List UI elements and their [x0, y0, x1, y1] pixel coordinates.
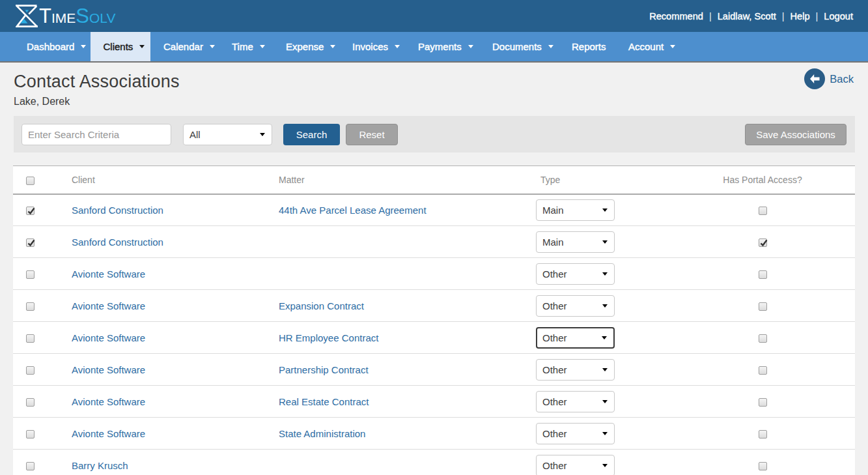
portal-access-checkbox[interactable] — [759, 270, 767, 279]
search-input[interactable] — [21, 124, 171, 145]
row-select-checkbox[interactable] — [26, 366, 35, 375]
brand-s: S — [76, 5, 89, 27]
matter-link[interactable]: HR Employee Contract — [279, 332, 378, 343]
portal-access-checkbox[interactable] — [759, 207, 767, 215]
chevron-down-icon — [395, 45, 400, 48]
header-matter: Matter — [279, 166, 536, 194]
select-all-checkbox[interactable] — [26, 177, 35, 185]
topbar-link-logout[interactable]: Logout — [824, 11, 853, 22]
topbar-link-help[interactable]: Help — [791, 11, 810, 22]
nav-item-label: Time — [232, 41, 253, 52]
row-select-checkbox[interactable] — [26, 270, 35, 279]
client-link[interactable]: Avionte Software — [72, 428, 145, 439]
chevron-down-icon — [330, 45, 335, 48]
chevron-down-icon — [602, 464, 608, 467]
portal-access-checkbox[interactable] — [759, 366, 767, 375]
topbar-link-recommend[interactable]: Recommend — [649, 11, 703, 22]
nav-item-dashboard[interactable]: Dashboard — [14, 32, 91, 61]
nav-item-label: Invoices — [352, 41, 388, 52]
type-dropdown-value: Main — [542, 237, 564, 248]
type-dropdown[interactable]: Other — [536, 327, 615, 349]
type-dropdown[interactable]: Other — [536, 359, 615, 381]
chevron-down-icon — [260, 45, 265, 48]
topbar-link-laidlaw-scott[interactable]: Laidlaw, Scott — [718, 11, 776, 22]
matter-link[interactable]: Partnership Contract — [279, 364, 369, 375]
nav-item-clients[interactable]: Clients — [91, 32, 151, 61]
chevron-down-icon — [602, 304, 608, 308]
row-select-checkbox[interactable] — [26, 398, 35, 407]
type-dropdown[interactable]: Other — [536, 391, 615, 412]
type-dropdown[interactable]: Main — [536, 231, 615, 253]
matter-link[interactable]: 44th Ave Parcel Lease Agreement — [279, 205, 427, 216]
chevron-down-icon — [602, 368, 608, 371]
chevron-down-icon — [602, 336, 607, 339]
back-button[interactable]: Back — [804, 68, 854, 89]
topbar-links: Recommend|Laidlaw, Scott|Help|Logout — [649, 11, 853, 22]
topbar-link-separator: | — [709, 11, 712, 22]
chevron-down-icon — [548, 45, 553, 48]
save-associations-button[interactable]: Save Associations — [745, 124, 847, 145]
client-link[interactable]: Sanford Construction — [72, 205, 163, 216]
nav-item-label: Calendar — [163, 41, 203, 52]
table-container: Client Matter Type Has Portal Access? Sa… — [0, 166, 868, 475]
table-header-row: Client Matter Type Has Portal Access? — [13, 166, 855, 194]
timesolv-logo-icon — [16, 4, 38, 27]
back-label[interactable]: Back — [830, 73, 854, 85]
type-dropdown[interactable]: Other — [536, 263, 615, 285]
portal-access-checkbox[interactable] — [759, 430, 767, 439]
portal-access-checkbox[interactable] — [759, 462, 767, 470]
table-row: Avionte Software Real Estate Contract Ot… — [13, 386, 855, 418]
client-link[interactable]: Barry Krusch — [72, 460, 128, 471]
nav-item-reports[interactable]: Reports — [559, 32, 615, 61]
table-row: Barry Krusch Other — [13, 450, 855, 475]
portal-access-checkbox[interactable] — [759, 398, 767, 407]
portal-access-checkbox[interactable] — [759, 238, 767, 247]
type-dropdown[interactable]: Other — [536, 295, 615, 317]
page-subtitle: Lake, Derek — [14, 96, 855, 108]
nav-item-invoices[interactable]: Invoices — [339, 32, 405, 61]
nav-item-label: Documents — [492, 41, 542, 52]
brand[interactable]: TIMESOLV — [16, 5, 115, 28]
nav-item-payments[interactable]: Payments — [405, 32, 479, 61]
reset-button[interactable]: Reset — [346, 124, 398, 145]
client-link[interactable]: Sanford Construction — [72, 237, 163, 248]
client-link[interactable]: Avionte Software — [72, 268, 145, 280]
chevron-down-icon — [602, 209, 608, 212]
row-select-checkbox[interactable] — [26, 334, 35, 343]
page-content: Contact Associations Lake, Derek Back Al… — [0, 63, 868, 152]
page-title: Contact Associations — [14, 71, 855, 93]
nav-item-documents[interactable]: Documents — [479, 32, 559, 61]
portal-access-checkbox[interactable] — [759, 302, 767, 311]
nav-item-account[interactable]: Account — [615, 32, 680, 61]
back-arrow-icon[interactable] — [804, 68, 825, 89]
type-dropdown[interactable]: Main — [536, 199, 615, 221]
type-dropdown-value: Main — [542, 205, 564, 216]
client-link[interactable]: Avionte Software — [72, 332, 145, 343]
filter-dropdown-value: All — [189, 129, 201, 140]
row-select-checkbox[interactable] — [26, 238, 35, 247]
filter-dropdown[interactable]: All — [183, 124, 272, 145]
matter-link[interactable]: Expansion Contract — [279, 300, 364, 311]
row-select-checkbox[interactable] — [26, 302, 35, 311]
table-row: Avionte Software HR Employee Contract Ot… — [13, 322, 855, 354]
chevron-down-icon — [260, 133, 265, 136]
nav-item-time[interactable]: Time — [219, 32, 273, 61]
brand-olv: OLV — [89, 10, 115, 25]
topbar-link-separator: | — [782, 11, 785, 22]
row-select-checkbox[interactable] — [26, 430, 35, 439]
nav-item-expense[interactable]: Expense — [273, 32, 339, 61]
matter-link[interactable]: State Administration — [279, 428, 365, 439]
brand-ime: IME — [51, 10, 76, 25]
search-button[interactable]: Search — [283, 124, 340, 145]
table-row: Sanford Construction Main — [13, 226, 855, 258]
client-link[interactable]: Avionte Software — [72, 396, 145, 407]
client-link[interactable]: Avionte Software — [72, 364, 145, 375]
nav-item-calendar[interactable]: Calendar — [150, 32, 219, 61]
matter-link[interactable]: Real Estate Contract — [279, 396, 369, 407]
portal-access-checkbox[interactable] — [759, 334, 767, 343]
type-dropdown[interactable]: Other — [536, 455, 615, 475]
row-select-checkbox[interactable] — [26, 207, 35, 215]
type-dropdown[interactable]: Other — [536, 423, 615, 444]
row-select-checkbox[interactable] — [26, 462, 35, 470]
client-link[interactable]: Avionte Software — [72, 300, 145, 311]
